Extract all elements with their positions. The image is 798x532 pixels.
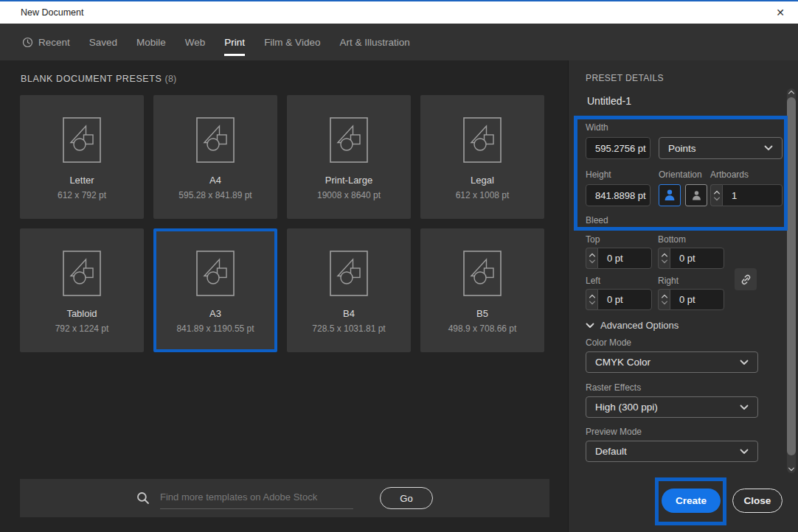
units-value: Points: [668, 143, 696, 154]
artboards-input[interactable]: 1: [722, 184, 783, 206]
bleed-top-label: Top: [586, 234, 600, 245]
document-preset-icon: [196, 117, 235, 163]
stepper-up-icon[interactable]: [713, 190, 721, 195]
presets-area: BLANK DOCUMENT PRESETS (8) Letter 612 x …: [0, 60, 568, 532]
tab-recent[interactable]: Recent: [22, 37, 70, 48]
raster-effects-label: Raster Effects: [586, 382, 641, 393]
preset-card-tabloid[interactable]: Tabloid 792 x 1224 pt: [20, 228, 144, 352]
document-preset-icon: [463, 251, 502, 296]
preset-name: Legal: [471, 175, 494, 186]
tab-label: Film & Video: [264, 37, 320, 48]
tab-label: Print: [224, 37, 245, 48]
color-mode-dropdown[interactable]: CMYK Color: [586, 351, 758, 373]
document-preset-icon: [330, 117, 368, 163]
portrait-icon: [662, 188, 677, 203]
preview-mode-value: Default: [595, 446, 627, 457]
height-label: Height: [586, 169, 611, 180]
clock-icon: [22, 37, 33, 48]
close-button[interactable]: Close: [732, 489, 783, 513]
preset-name: B4: [343, 308, 355, 319]
width-input[interactable]: 595.2756 pt: [586, 137, 650, 159]
preset-name: A3: [209, 308, 221, 319]
bleed-bottom-stepper: 0 pt: [658, 248, 724, 269]
color-mode-value: CMYK Color: [595, 357, 650, 368]
preset-details-panel: PRESET DETAILS Untitled-1 Width 595.2756…: [568, 60, 798, 532]
document-preset-icon: [330, 251, 368, 296]
tab-label: Saved: [89, 37, 117, 48]
preset-card-b5[interactable]: B5 498.9 x 708.66 pt: [420, 228, 544, 352]
preset-card-a4[interactable]: A4 595.28 x 841.89 pt: [153, 95, 277, 219]
preset-dimensions: 595.28 x 841.89 pt: [178, 190, 251, 200]
stepper-arrows: [658, 289, 670, 310]
height-input[interactable]: 841.8898 pt: [586, 184, 650, 206]
preset-dimensions: 728.5 x 1031.81 pt: [312, 323, 385, 334]
chevron-down-icon: [586, 323, 594, 329]
bleed-link-button[interactable]: [735, 268, 757, 290]
tab-web[interactable]: Web: [185, 37, 206, 48]
chevron-down-icon: [740, 360, 749, 365]
preset-dimensions: 498.9 x 708.66 pt: [448, 323, 517, 334]
preview-mode-dropdown[interactable]: Default: [586, 441, 758, 462]
bleed-left-input[interactable]: 0 pt: [597, 289, 652, 310]
scroll-up-icon[interactable]: [788, 90, 795, 94]
bleed-bottom-input[interactable]: 0 pt: [670, 248, 724, 269]
stepper-up-icon[interactable]: [661, 294, 668, 298]
stepper-arrows: [586, 248, 597, 269]
document-preset-icon: [63, 251, 101, 296]
preview-mode-label: Preview Mode: [586, 427, 642, 437]
preset-name: Tabloid: [66, 308, 97, 319]
panel-scrollbar[interactable]: [787, 88, 796, 473]
advanced-options-toggle[interactable]: Advanced Options: [586, 320, 679, 331]
preset-dimensions: 612 x 1008 pt: [456, 190, 510, 200]
title-bar: New Document ✕: [0, 1, 798, 24]
stock-search-input[interactable]: Find more templates on Adobe Stock: [160, 487, 353, 509]
preset-card-a3-selected[interactable]: A3 841.89 x 1190.55 pt: [153, 228, 277, 352]
document-preset-icon: [63, 117, 101, 163]
orientation-landscape-button[interactable]: [685, 184, 707, 206]
tab-label: Recent: [38, 37, 70, 48]
create-button[interactable]: Create: [662, 489, 721, 513]
tab-label: Art & Illustration: [339, 37, 409, 48]
preset-name: A4: [209, 175, 221, 186]
category-tabs: Recent Saved Mobile Web Print Film & Vid…: [0, 24, 798, 60]
adobe-stock-search-bar: Find more templates on Adobe Stock Go: [20, 479, 549, 517]
preset-card-legal[interactable]: Legal 612 x 1008 pt: [420, 95, 544, 219]
stepper-down-icon[interactable]: [713, 197, 721, 201]
document-preset-icon: [463, 117, 502, 163]
preset-card-letter[interactable]: Letter 612 x 792 pt: [20, 95, 144, 219]
stepper-down-icon[interactable]: [589, 301, 596, 305]
stepper-down-icon[interactable]: [661, 259, 668, 264]
stepper-arrows: [586, 289, 597, 310]
tab-print[interactable]: Print: [224, 37, 245, 48]
bleed-top-input[interactable]: 0 pt: [597, 248, 652, 269]
preset-card-b4[interactable]: B4 728.5 x 1031.81 pt: [287, 228, 411, 352]
tab-saved[interactable]: Saved: [89, 37, 117, 48]
tab-label: Mobile: [136, 37, 166, 48]
presets-heading-text: BLANK DOCUMENT PRESETS: [21, 74, 162, 84]
scroll-down-icon[interactable]: [788, 467, 795, 472]
stepper-arrows: [710, 184, 722, 206]
tab-art-illustration[interactable]: Art & Illustration: [339, 37, 409, 48]
stepper-up-icon[interactable]: [589, 253, 596, 257]
bleed-right-input[interactable]: 0 pt: [670, 289, 724, 310]
presets-count: (8): [165, 74, 177, 84]
stepper-down-icon[interactable]: [661, 301, 668, 305]
scrollbar-thumb[interactable]: [787, 97, 796, 455]
document-name-field[interactable]: Untitled-1: [587, 95, 631, 107]
tab-film-video[interactable]: Film & Video: [264, 37, 320, 48]
units-dropdown[interactable]: Points: [659, 137, 783, 159]
preset-dimensions: 19008 x 8640 pt: [317, 190, 381, 200]
stepper-up-icon[interactable]: [589, 294, 596, 298]
chevron-down-icon: [740, 405, 749, 410]
preset-name: Letter: [69, 175, 94, 186]
preset-card-print-large[interactable]: Print-Large 19008 x 8640 pt: [287, 95, 411, 219]
stepper-up-icon[interactable]: [661, 253, 668, 257]
stepper-arrows: [658, 248, 670, 269]
preset-name: Print-Large: [325, 175, 372, 186]
tab-mobile[interactable]: Mobile: [136, 37, 166, 48]
close-icon[interactable]: ✕: [776, 7, 785, 18]
go-button[interactable]: Go: [380, 487, 433, 509]
raster-effects-dropdown[interactable]: High (300 ppi): [586, 396, 758, 418]
orientation-portrait-button[interactable]: [659, 184, 681, 206]
stepper-down-icon[interactable]: [589, 259, 596, 264]
